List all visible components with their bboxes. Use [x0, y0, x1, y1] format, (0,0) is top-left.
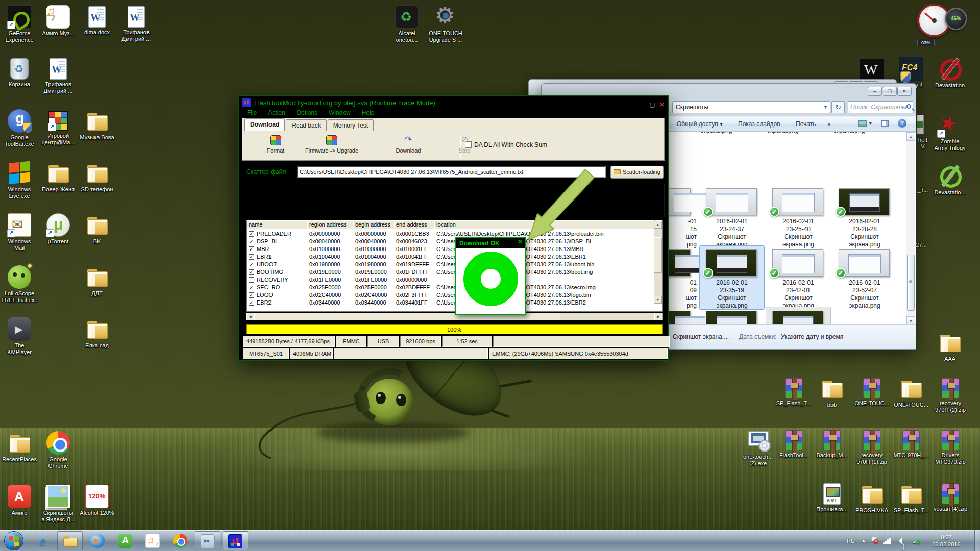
table-row[interactable]: ✓SEC_RO0x025E00000x025E00000x02BDFFFFC:\… [247, 284, 662, 291]
language-indicator[interactable]: RU [845, 530, 856, 551]
scroll-up-icon[interactable]: ▲ [654, 221, 662, 229]
date-taken-value[interactable]: Укажите дату и время [781, 333, 843, 340]
desktop-icon[interactable]: TheKMPlayer [0, 317, 44, 356]
download-button[interactable]: ↷Download [380, 134, 436, 159]
toolbar-item[interactable]: Общий доступ ▾ [677, 120, 723, 128]
scrollbar[interactable]: ▲ ▼ [906, 132, 915, 325]
menu-item-file[interactable]: File [247, 109, 257, 118]
desktop-icon[interactable]: Ёлка сад [72, 317, 121, 349]
maximize-button[interactable]: ▢ [883, 87, 897, 96]
menu-item-help[interactable]: Help [362, 109, 375, 118]
desktop-icon[interactable]: DriversMTC970.zip [926, 429, 975, 465]
scroll-down-icon[interactable]: ▼ [906, 316, 915, 325]
search-input[interactable]: Поиск: Скриншоты [848, 101, 913, 113]
checked-checkbox-icon[interactable]: ✓ [249, 246, 254, 252]
start-button[interactable] [4, 531, 23, 550]
desktop-icon[interactable]: recovery970H (2).zip [926, 377, 975, 413]
checked-checkbox-icon[interactable]: ✓ [249, 262, 254, 267]
checked-checkbox-icon[interactable]: ✓ [249, 231, 254, 237]
scrollbar-thumb[interactable] [907, 255, 915, 311]
minimize-button[interactable]: – [868, 87, 882, 96]
desktop-icon[interactable]: AAA [925, 331, 974, 362]
desktop-icon[interactable]: Alcohol 120% [72, 485, 121, 516]
checked-checkbox-icon[interactable]: ✓ [249, 254, 254, 260]
popup-title[interactable]: Download OK [456, 238, 525, 248]
list-item[interactable]: ✓2016-02-0123-42-01Скриншотэкрана.png [767, 249, 829, 311]
desktop-icon[interactable]: GoogleChrome [34, 431, 83, 469]
menu-item-options[interactable]: Options [297, 109, 317, 118]
column-header-name[interactable]: name [247, 220, 307, 229]
taskbar-screenshot-tool[interactable] [195, 531, 220, 550]
taskbar-flash-tool[interactable] [223, 531, 248, 550]
table-row[interactable]: ✓UBOOT0x019800000x019800000x019DFFFFC:\U… [247, 261, 662, 268]
checked-checkbox-icon[interactable]: ✓ [249, 239, 254, 244]
desktop-icon[interactable]: ZombieArmy Trilogy [925, 113, 974, 152]
tab-memory-test[interactable]: Memory Test [328, 119, 374, 131]
ram-gauge[interactable]: 46% [945, 8, 967, 30]
column-header-end-address[interactable]: end address [394, 220, 434, 229]
checked-checkbox-icon[interactable]: ✓ [249, 285, 254, 290]
table-row[interactable]: ✓LOGO0x02C400000x02C400000x02F3FFFFC:\Us… [247, 291, 662, 299]
address-bar[interactable]: Скриншоты ▼ [672, 101, 830, 113]
preview-pane-icon[interactable] [881, 119, 889, 127]
list-item[interactable]: ✓2016-02-0123-24-37Скриншотэкрана.png [701, 188, 763, 249]
table-row[interactable]: RECOVERY0x01FE00000x01FE00000x00000000 [247, 276, 662, 284]
chevron-down-icon[interactable]: ▼ [823, 102, 828, 113]
menu-item-action[interactable]: Action [268, 109, 285, 118]
search-icon[interactable] [906, 104, 911, 109]
column-header-begin-address[interactable]: begin address [353, 220, 394, 229]
flashtool-titlebar[interactable]: ↺ FlashToolMod fly-droid.org by oleg.svs… [239, 96, 668, 109]
desktop-icon[interactable]: ТрифановДмитрий ... [34, 57, 83, 94]
network-icon[interactable] [883, 530, 893, 551]
menu-item-window[interactable]: Window [329, 109, 351, 118]
desktop-icon[interactable]: ONE TOUCHUpgrade S ... [421, 5, 470, 43]
refresh-icon[interactable]: ↻ [831, 101, 845, 113]
list-item[interactable]: ✓2016-02-0123-25-40Скриншотэкрана.png [767, 188, 829, 249]
vertical-scrollbar[interactable]: ▲▼ [654, 229, 662, 304]
desktop-icon[interactable]: ТрифановДмитрий ... [112, 5, 161, 42]
taskbar-google-chrome[interactable] [167, 531, 193, 550]
help-icon[interactable]: ? [898, 119, 906, 128]
list-item[interactable]: ✓2016-02-0123-35-19Скриншотэкрана.png [701, 249, 763, 311]
close-icon[interactable]: ✕ [518, 238, 523, 245]
hidden-icons-chevron[interactable]: ▲ [860, 530, 868, 551]
tab-download[interactable]: Download [244, 118, 285, 131]
desktop-icon[interactable]: SD телефон [72, 161, 121, 193]
list-item[interactable]: ✓2016-02-0123-28-28Скриншотэкрана.png [834, 188, 896, 249]
desktop-icon[interactable]: vostan (4).zip [926, 482, 975, 512]
checked-checkbox-icon[interactable]: ✓ [249, 300, 254, 306]
desktop-icon[interactable]: LoiLoScopeFREE trial.exe [0, 265, 44, 304]
column-header-region-address[interactable]: region address [307, 220, 353, 229]
desktop-icon[interactable]: Devastation [925, 57, 974, 89]
toolbar-item[interactable]: Печать [796, 120, 816, 128]
tab-read-back[interactable]: Read back [286, 119, 326, 131]
list-item[interactable]: ✓2016-02-0200-25-09Скриншотэкрана.png [767, 311, 829, 325]
close-icon[interactable]: ✕ [897, 87, 912, 96]
taskbar-internet-explorer[interactable] [30, 531, 55, 550]
clock[interactable]: 0:27 02.02.2016 [926, 530, 967, 551]
table-row[interactable]: ✓EBR10x010040000x010040000x010041FFC:\Us… [247, 253, 662, 261]
desktop-icon[interactable]: Музыка Вова [72, 109, 121, 141]
toolbar-item[interactable]: Показ слайдов [738, 120, 780, 128]
scrollbar-thumb[interactable] [654, 237, 662, 273]
toolbar-item[interactable]: » [827, 120, 831, 128]
unchecked-checkbox-icon[interactable] [249, 277, 254, 283]
cloud-sync-icon[interactable] [911, 530, 922, 551]
scroll-up-icon[interactable]: ▲ [906, 132, 915, 141]
table-row[interactable]: ✓EBR20x034400000x034400000x034401FFC:\Us… [247, 299, 662, 307]
list-item[interactable]: ✓2016-02-0123-52-07Скриншотэкрана.png [834, 249, 896, 311]
taskbar-amigo-browser[interactable] [112, 531, 138, 550]
desktop-icon[interactable]: ДДТ [72, 265, 121, 297]
horizontal-scrollbar[interactable]: ◀ ▶ [246, 313, 663, 320]
checked-checkbox-icon[interactable]: ✓ [249, 269, 254, 275]
table-row[interactable]: ✓BOOTIMG0x019E00000x019E00000x01FDFFFFC:… [247, 268, 662, 276]
format-button[interactable]: Format [248, 134, 304, 159]
taskbar-music-app[interactable] [140, 531, 165, 550]
taskbar-windows-media-player[interactable] [85, 531, 110, 550]
checked-checkbox-icon[interactable]: ✓ [249, 292, 254, 298]
desktop-icon[interactable]: Devastatio... [925, 164, 974, 196]
list-item[interactable]: ✓2016-02-0200-23-29Скриншотэкрана.png [701, 311, 763, 325]
views-icon[interactable]: ▾ [858, 119, 872, 127]
scatter-loading-button[interactable]: Scatter-loading [610, 166, 664, 179]
action-center-icon[interactable]: ✕ [871, 530, 880, 551]
